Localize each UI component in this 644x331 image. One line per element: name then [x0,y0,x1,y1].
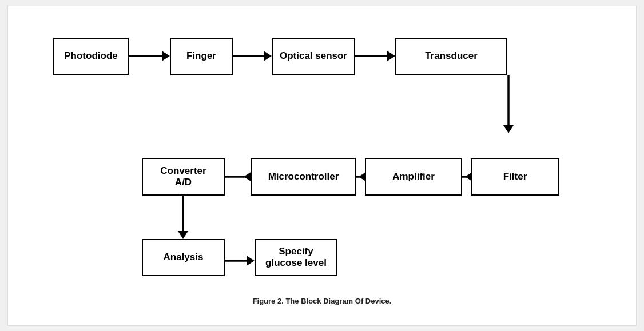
diagram-area: Photodiode Finger Optical sensor Transdu… [31,23,613,314]
diagram-grid: Photodiode Finger Optical sensor Transdu… [42,23,602,286]
transducer-block: Transducer [395,38,507,75]
svg-marker-1 [162,51,170,61]
filter-block: Filter [471,158,559,196]
svg-marker-3 [264,51,272,61]
figure-caption: Figure 2. The Block Diagram Of Device. [253,297,392,305]
microcontroller-block: Microcontroller [251,158,356,196]
analysis-block: Analysis [142,239,225,276]
optical-sensor-block: Optical sensor [272,38,355,75]
finger-block: Finger [170,38,233,75]
svg-marker-7 [503,125,514,133]
converter-block: Converter A/D [142,158,225,196]
svg-marker-15 [178,231,188,239]
svg-marker-5 [387,51,395,61]
svg-marker-17 [247,256,255,266]
photodiode-block: Photodiode [53,38,129,75]
amplifier-block: Amplifier [365,158,462,196]
page-container: Photodiode Finger Optical sensor Transdu… [7,6,637,326]
glucose-block: Specify glucose level [255,239,337,276]
